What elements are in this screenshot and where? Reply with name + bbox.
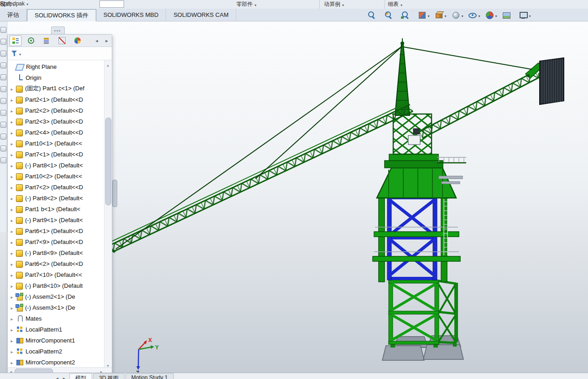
tree-vertical-scrollbar[interactable] xyxy=(104,60,111,367)
expand-arrow-icon[interactable] xyxy=(9,292,15,301)
heads-up-button[interactable] xyxy=(416,10,432,21)
tree-item[interactable]: Part7<9> (Default<<D xyxy=(9,236,104,247)
left-toolbar-icon[interactable] xyxy=(0,98,6,104)
featuremanager-tab[interactable] xyxy=(10,36,21,46)
left-toolbar-icon[interactable] xyxy=(0,74,6,80)
tab-scroll-right-icon[interactable] xyxy=(61,374,68,379)
left-toolbar-icon[interactable] xyxy=(0,39,6,45)
tab-scroll-left-icon[interactable] xyxy=(54,374,61,379)
commandmanager-tab[interactable]: SOLIDWORKS CAM xyxy=(166,9,236,21)
scroll-down-icon[interactable] xyxy=(104,361,111,367)
expand-arrow-icon[interactable] xyxy=(9,172,15,180)
tree-item[interactable]: MirrorComponent2 xyxy=(9,357,104,368)
heads-up-button[interactable] xyxy=(382,10,399,21)
dropdown-caret-icon[interactable] xyxy=(494,11,498,19)
tree-item[interactable]: (-) Part8<1> (Default< xyxy=(9,160,104,171)
tree-item[interactable]: Part7<10> (Default<< xyxy=(9,269,104,280)
ribbon-button[interactable]: 模式 xyxy=(0,0,15,8)
tab-scroll-left-icon[interactable] xyxy=(94,36,100,45)
expand-arrow-icon[interactable] xyxy=(9,128,15,136)
expand-arrow-icon[interactable] xyxy=(9,194,15,202)
dropdown-caret-icon[interactable] xyxy=(342,1,344,8)
left-toolbar-icon[interactable] xyxy=(0,86,6,92)
expand-arrow-icon[interactable] xyxy=(9,183,15,191)
tree-item[interactable]: (固定) Part1 c<1> (Def xyxy=(9,83,104,94)
tree-item[interactable]: Part2<4> (Default<<D xyxy=(9,127,104,138)
heads-up-button[interactable] xyxy=(517,10,534,21)
heads-up-button[interactable] xyxy=(432,10,449,21)
expand-arrow-icon[interactable] xyxy=(9,227,15,235)
commandmanager-tab[interactable]: SOLIDWORKS 插件 xyxy=(27,9,96,21)
dropdown-caret-icon[interactable] xyxy=(255,1,256,8)
configurationmanager-tab[interactable] xyxy=(41,36,52,46)
left-toolbar-icon[interactable] xyxy=(0,110,6,116)
ribbon-button[interactable]: 细表 xyxy=(388,0,402,8)
panel-splitter[interactable] xyxy=(112,180,117,207)
tree-item[interactable]: LocalPattern1 xyxy=(9,324,104,335)
expand-arrow-icon[interactable] xyxy=(9,205,15,213)
displaymanager-tab[interactable] xyxy=(72,36,83,46)
tree-item[interactable]: Part10<2> (Default<< xyxy=(9,171,104,182)
left-toolbar-icon[interactable] xyxy=(0,27,6,33)
filter-funnel-icon[interactable] xyxy=(10,50,18,57)
scroll-right-icon[interactable] xyxy=(98,368,104,373)
left-toolbar-icon[interactable] xyxy=(0,122,6,128)
counter-jib[interactable] xyxy=(419,70,541,138)
tree-item[interactable]: LocalPattern2 xyxy=(9,346,104,357)
left-toolbar-icon[interactable] xyxy=(0,62,6,68)
heads-up-button[interactable] xyxy=(365,10,382,21)
expand-arrow-icon[interactable] xyxy=(9,117,15,125)
graphics-viewport[interactable]: X Y Z xyxy=(0,21,588,373)
expand-arrow-icon[interactable] xyxy=(9,150,15,158)
tree-item[interactable]: Mates xyxy=(9,313,104,324)
heads-up-button[interactable] xyxy=(449,10,466,21)
left-toolbar-icon[interactable] xyxy=(0,157,6,163)
dropdown-caret-icon[interactable] xyxy=(443,11,448,19)
expand-arrow-icon[interactable] xyxy=(9,347,15,355)
heads-up-button[interactable] xyxy=(483,10,500,21)
tree-item[interactable]: (-) Part8<9> (Default< xyxy=(9,247,104,258)
propertymanager-tab[interactable] xyxy=(25,36,37,46)
dropdown-caret-icon[interactable] xyxy=(528,11,532,19)
bottom-tab[interactable]: Motion Study 1 xyxy=(125,373,174,379)
dropdown-caret-icon[interactable] xyxy=(477,11,481,19)
tree-item[interactable]: Part2<2> (Default<<D xyxy=(9,105,104,116)
dropdown-caret-icon[interactable] xyxy=(13,1,15,8)
dropdown-caret-icon[interactable] xyxy=(401,1,402,8)
ribbon-button[interactable]: 动算例 xyxy=(324,0,344,8)
main-jib[interactable] xyxy=(109,102,413,252)
dropdown-caret-icon[interactable] xyxy=(19,49,21,57)
turntable-section[interactable] xyxy=(377,154,466,198)
scrollbar-thumb[interactable] xyxy=(15,369,53,373)
tree-item[interactable]: Part6<2> (Default<<D xyxy=(9,258,104,269)
tree-item[interactable]: Part10<1> (Default<< xyxy=(9,138,104,149)
heads-up-button[interactable] xyxy=(500,10,517,21)
tree-item[interactable]: Part2<1> (Default<<D xyxy=(9,94,104,105)
commandmanager-tab[interactable]: SOLIDWORKS MBD xyxy=(96,9,167,21)
expand-arrow-icon[interactable] xyxy=(9,314,15,322)
left-toolbar-icon[interactable] xyxy=(0,134,6,140)
scroll-up-icon[interactable] xyxy=(104,60,111,67)
tree-horizontal-scrollbar[interactable] xyxy=(8,367,112,373)
expand-arrow-icon[interactable] xyxy=(9,325,15,333)
tree-item[interactable]: (-) Part9<1> (Default< xyxy=(9,214,104,225)
bottom-tab[interactable]: 模型 xyxy=(69,373,92,379)
left-toolbar-icon[interactable] xyxy=(0,145,6,151)
expand-arrow-icon[interactable] xyxy=(9,270,15,279)
expand-arrow-icon[interactable] xyxy=(9,238,15,246)
expand-arrow-icon[interactable] xyxy=(9,260,15,268)
expand-arrow-icon[interactable] xyxy=(9,106,15,114)
ribbon-button[interactable]: 零部件 xyxy=(236,0,256,8)
dropdown-caret-icon[interactable] xyxy=(427,11,431,19)
heads-up-button[interactable] xyxy=(466,10,483,21)
tree-item[interactable]: Part6<1> (Default<<D xyxy=(9,225,104,236)
bottom-tab[interactable]: 3D 视图 xyxy=(93,373,125,379)
expand-arrow-icon[interactable] xyxy=(9,336,15,344)
tree-item[interactable]: MirrorComponent1 xyxy=(9,335,104,346)
dropdown-caret-icon[interactable] xyxy=(460,11,464,19)
tree-item[interactable]: Right Plane xyxy=(9,61,104,72)
scrollbar-thumb[interactable] xyxy=(105,118,111,205)
heads-up-button[interactable] xyxy=(399,10,416,21)
expand-arrow-icon[interactable] xyxy=(9,139,15,147)
tree-item[interactable]: (-) Assem2<1> (De xyxy=(9,291,104,302)
